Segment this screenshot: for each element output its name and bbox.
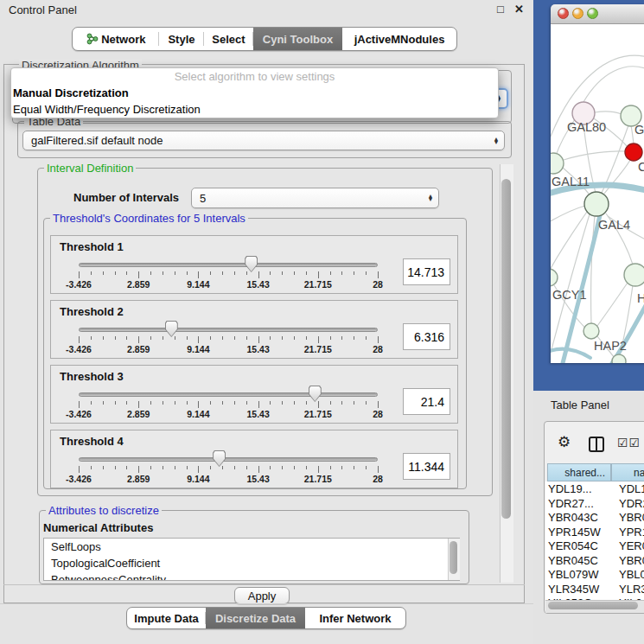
tab-label: jActiveMNodules [354,33,445,46]
table-row-ydl19-[interactable]: YDL19...YDL1 [545,481,644,496]
tab-jactivemnodules[interactable]: jActiveMNodules [342,28,456,50]
table-row-ylr345w[interactable]: YLR345WYLR3 [545,582,644,596]
close-traffic-light[interactable] [558,8,569,19]
node-label-hap2: HAP2 [594,339,627,353]
cell-shared-name: YBL079W [548,568,599,581]
threshold-slider-thumb[interactable] [165,321,178,337]
node-label-partial: C [638,160,644,174]
network-edge-thick [551,348,590,358]
tab-cyni-toolbox[interactable]: Cyni Toolbox [253,28,342,50]
threshold-slider-thumb[interactable] [245,256,258,272]
numerical-attributes-label: Numerical Attributes [43,521,153,534]
combo-stepper-icon: ▲▼ [488,137,504,144]
show-columns-icon[interactable] [589,437,604,452]
network-node-hap2[interactable] [583,323,599,339]
threshold-slider-thumb[interactable] [309,386,322,402]
column-header-name[interactable]: na [611,463,644,481]
attribute-item-betweennesscentrality[interactable]: BetweennessCentrality [44,571,459,581]
cell-shared-name: YDR27... [548,497,594,510]
threshold-value-field[interactable]: 6.316 [403,323,450,350]
node-label-ga: GA [634,123,644,137]
attributes-scrollbar-thumb[interactable] [450,541,457,574]
close-panel-icon[interactable]: ✕ [514,3,524,16]
table-row-ydr27-[interactable]: YDR27...YDR2 [545,496,644,511]
settings-scrollbar-thumb[interactable] [501,179,511,519]
tab-network[interactable]: Network [73,28,159,50]
dropdown-option-equal-width[interactable]: Equal Width/Frequency Discretization [11,101,498,118]
table-row-ybr043c[interactable]: YBR043CYBR0 [545,510,644,525]
float-panel-icon[interactable]: □ [497,3,504,16]
cell-name: YDR2 [619,497,644,510]
network-node[interactable] [625,143,642,161]
table-row-yer054c[interactable]: YER054CYER0 [545,539,644,553]
table-row-ybr045c[interactable]: YBR045CYBR0 [545,553,644,568]
interval-group-title: Interval Definition [44,162,136,175]
threshold-value-field[interactable]: 21.4 [403,388,450,415]
network-node-gal4[interactable] [584,192,609,216]
network-edge [597,283,628,326]
attribute-item-selfloops[interactable]: SelfLoops [44,539,459,555]
node-label-gcy1: GCY1 [552,288,587,302]
tab-discretize-data[interactable]: Discretize Data [206,608,305,628]
cell-shared-name: YPR145W [548,526,601,539]
network-node-gcy1[interactable] [551,269,558,286]
control-panel-tabbar: NetworkStyleSelectCyni ToolboxjActiveMNo… [72,27,457,51]
numerical-attributes-list[interactable]: SelfLoopsTopologicalCoefficientBetweenne… [43,538,460,581]
tab-select[interactable]: Select [204,28,253,50]
tab-label: Select [212,33,245,46]
threshold-slider-track[interactable] [79,263,378,267]
threshold-3-box: Threshold 3-3.4262.8599.14415.4321.71528… [50,365,458,424]
algorithm-dropdown-popup: Select algorithm to view settings Manual… [10,67,499,118]
num-intervals-combobox[interactable]: 5 ▲▼ [191,188,439,208]
network-edge [551,206,585,223]
network-graph: GAL80GAGAL11GAL4GCY1HHAP2C [551,24,644,363]
slider-ticks [79,401,378,408]
select-all-checkboxes-icon[interactable]: ☑☑ [617,436,641,450]
threshold-slider-track[interactable] [79,328,378,332]
table-data-combobox[interactable]: galFiltered.sif default node ▲▼ [22,131,505,150]
tab-label: Network [101,33,145,46]
slider-ticks [79,271,378,278]
network-node[interactable] [612,354,626,363]
cell-shared-name: YDL19... [548,482,592,495]
slider-tick-labels: -3.4262.8599.14415.4321.71528 [79,409,378,420]
table-row-ypr145w[interactable]: YPR145WYPR1 [545,525,644,539]
threshold-slider-track[interactable] [79,457,378,462]
minimize-traffic-light[interactable] [572,8,583,19]
cell-shared-name: YER054C [548,539,598,552]
table-hscrollbar-thumb[interactable] [548,602,638,609]
threshold-value-field[interactable]: 14.713 [403,258,450,285]
apply-button[interactable]: Apply [234,587,290,604]
cell-name: YBR0 [619,511,644,524]
dropdown-option-manual[interactable]: Manual Discretization [11,85,498,101]
gear-icon[interactable]: ⚙ [558,433,571,451]
slider-tick-labels: -3.4262.8599.14415.4321.71528 [79,474,378,485]
slider-ticks [79,336,378,343]
network-canvas[interactable]: GAL80GAGAL11GAL4GCY1HHAP2C [551,24,644,363]
network-edge [595,112,622,114]
network-window-titlebar[interactable] [551,4,644,24]
threshold-label: Threshold 1 [60,240,124,253]
zoom-traffic-light[interactable] [587,8,598,19]
network-node-h[interactable] [624,264,644,286]
network-icon [86,33,99,45]
node-table[interactable]: YDL19...YDL1YDR27...YDR2YBR043CYBR0YPR14… [545,481,644,600]
threshold-value-field[interactable]: 11.344 [403,453,450,480]
table-row-ybl079w[interactable]: YBL079WYBL0 [545,567,644,582]
column-header-shared-name[interactable]: shared... [547,463,611,481]
attribute-item-topologicalcoefficient[interactable]: TopologicalCoefficient [44,555,459,571]
threshold-slider-track[interactable] [79,392,378,397]
tab-label: Infer Network [319,612,391,625]
node-label-gal4: GAL4 [598,218,630,232]
divider [3,584,525,585]
divider [0,603,533,604]
attributes-group-title: Attributes to discretize [46,504,162,517]
cell-name: YER0 [619,539,644,552]
tab-style[interactable]: Style [159,28,204,50]
table-panel-title: Table Panel [551,399,609,411]
tab-infer-network[interactable]: Infer Network [305,608,405,628]
network-node-gal11[interactable] [551,153,564,174]
threshold-slider-thumb[interactable] [213,450,226,467]
cell-shared-name: YBR045C [548,554,598,567]
tab-impute-data[interactable]: Impute Data [127,608,206,628]
